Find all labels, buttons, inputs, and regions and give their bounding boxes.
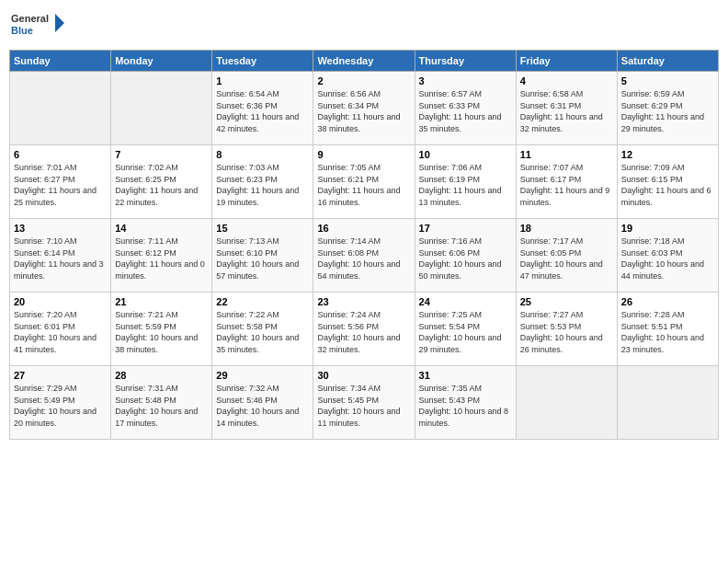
day-info: Sunrise: 7:27 AM Sunset: 5:53 PM Dayligh… [520,309,613,355]
day-number: 29 [216,370,309,381]
calendar-cell: 15Sunrise: 7:13 AM Sunset: 6:10 PM Dayli… [212,219,313,293]
day-number: 17 [419,223,512,234]
day-info: Sunrise: 7:09 AM Sunset: 6:15 PM Dayligh… [621,162,714,208]
day-number: 4 [520,75,613,86]
calendar-cell: 13Sunrise: 7:10 AM Sunset: 6:14 PM Dayli… [10,219,111,293]
calendar-cell: 8Sunrise: 7:03 AM Sunset: 6:23 PM Daylig… [212,145,313,219]
day-info: Sunrise: 7:17 AM Sunset: 6:05 PM Dayligh… [520,236,613,282]
day-number: 7 [115,149,208,160]
calendar-cell: 4Sunrise: 6:58 AM Sunset: 6:31 PM Daylig… [516,72,617,145]
calendar-cell: 21Sunrise: 7:21 AM Sunset: 5:59 PM Dayli… [111,293,212,366]
weekday-header: Thursday [415,51,516,72]
calendar-cell: 28Sunrise: 7:31 AM Sunset: 5:48 PM Dayli… [111,366,212,440]
day-number: 20 [14,296,107,307]
calendar-cell: 14Sunrise: 7:11 AM Sunset: 6:12 PM Dayli… [111,219,212,293]
day-info: Sunrise: 6:56 AM Sunset: 6:34 PM Dayligh… [317,88,410,134]
calendar-cell: 23Sunrise: 7:24 AM Sunset: 5:56 PM Dayli… [313,293,415,366]
calendar-cell: 18Sunrise: 7:17 AM Sunset: 6:05 PM Dayli… [516,219,617,293]
svg-marker-2 [55,14,64,32]
day-info: Sunrise: 7:25 AM Sunset: 5:54 PM Dayligh… [419,309,512,355]
calendar-cell: 9Sunrise: 7:05 AM Sunset: 6:21 PM Daylig… [313,145,415,219]
calendar-row: 27Sunrise: 7:29 AM Sunset: 5:49 PM Dayli… [10,366,719,440]
day-number: 26 [621,296,714,307]
svg-text:General: General [11,13,49,24]
day-info: Sunrise: 7:31 AM Sunset: 5:48 PM Dayligh… [115,383,208,429]
calendar-cell: 24Sunrise: 7:25 AM Sunset: 5:54 PM Dayli… [415,293,516,366]
day-number: 1 [216,75,309,86]
day-info: Sunrise: 7:35 AM Sunset: 5:43 PM Dayligh… [419,383,512,429]
day-info: Sunrise: 7:32 AM Sunset: 5:46 PM Dayligh… [216,383,309,429]
calendar-cell: 26Sunrise: 7:28 AM Sunset: 5:51 PM Dayli… [617,293,718,366]
calendar-cell: 20Sunrise: 7:20 AM Sunset: 6:01 PM Dayli… [10,293,111,366]
day-info: Sunrise: 7:10 AM Sunset: 6:14 PM Dayligh… [14,236,107,282]
calendar-cell: 3Sunrise: 6:57 AM Sunset: 6:33 PM Daylig… [415,72,516,145]
calendar-cell: 6Sunrise: 7:01 AM Sunset: 6:27 PM Daylig… [10,145,111,219]
weekday-header: Saturday [617,51,718,72]
calendar-cell: 19Sunrise: 7:18 AM Sunset: 6:03 PM Dayli… [617,219,718,293]
day-info: Sunrise: 6:59 AM Sunset: 6:29 PM Dayligh… [621,88,714,134]
calendar-table: SundayMondayTuesdayWednesdayThursdayFrid… [9,50,719,440]
calendar-cell: 30Sunrise: 7:34 AM Sunset: 5:45 PM Dayli… [313,366,415,440]
day-info: Sunrise: 7:13 AM Sunset: 6:10 PM Dayligh… [216,236,309,282]
day-number: 11 [520,149,613,160]
day-number: 10 [419,149,512,160]
day-info: Sunrise: 6:54 AM Sunset: 6:36 PM Dayligh… [216,88,309,134]
day-number: 3 [419,75,512,86]
day-number: 9 [317,149,410,160]
day-number: 18 [520,223,613,234]
logo-svg: General Blue [9,9,64,42]
day-info: Sunrise: 7:16 AM Sunset: 6:06 PM Dayligh… [419,236,512,282]
day-info: Sunrise: 7:18 AM Sunset: 6:03 PM Dayligh… [621,236,714,282]
day-info: Sunrise: 7:07 AM Sunset: 6:17 PM Dayligh… [520,162,613,208]
day-number: 12 [621,149,714,160]
day-info: Sunrise: 7:06 AM Sunset: 6:19 PM Dayligh… [419,162,512,208]
day-info: Sunrise: 7:21 AM Sunset: 5:59 PM Dayligh… [115,309,208,355]
day-info: Sunrise: 7:34 AM Sunset: 5:45 PM Dayligh… [317,383,410,429]
day-number: 13 [14,223,107,234]
calendar-cell: 31Sunrise: 7:35 AM Sunset: 5:43 PM Dayli… [415,366,516,440]
day-number: 6 [14,149,107,160]
day-number: 21 [115,296,208,307]
logo: General Blue [9,9,64,42]
calendar-cell: 17Sunrise: 7:16 AM Sunset: 6:06 PM Dayli… [415,219,516,293]
weekday-header-row: SundayMondayTuesdayWednesdayThursdayFrid… [10,51,719,72]
day-info: Sunrise: 7:03 AM Sunset: 6:23 PM Dayligh… [216,162,309,208]
day-info: Sunrise: 6:58 AM Sunset: 6:31 PM Dayligh… [520,88,613,134]
day-info: Sunrise: 7:14 AM Sunset: 6:08 PM Dayligh… [317,236,410,282]
calendar-cell: 12Sunrise: 7:09 AM Sunset: 6:15 PM Dayli… [617,145,718,219]
day-number: 16 [317,223,410,234]
day-info: Sunrise: 6:57 AM Sunset: 6:33 PM Dayligh… [419,88,512,134]
calendar-cell: 29Sunrise: 7:32 AM Sunset: 5:46 PM Dayli… [212,366,313,440]
weekday-header: Tuesday [212,51,313,72]
calendar-cell [111,72,212,145]
calendar-cell [617,366,718,440]
day-number: 22 [216,296,309,307]
weekday-header: Friday [516,51,617,72]
calendar-cell: 2Sunrise: 6:56 AM Sunset: 6:34 PM Daylig… [313,72,415,145]
day-number: 24 [419,296,512,307]
calendar-row: 6Sunrise: 7:01 AM Sunset: 6:27 PM Daylig… [10,145,719,219]
day-number: 23 [317,296,410,307]
day-number: 30 [317,370,410,381]
weekday-header: Wednesday [313,51,415,72]
day-number: 28 [115,370,208,381]
day-number: 25 [520,296,613,307]
day-number: 27 [14,370,107,381]
calendar-cell: 16Sunrise: 7:14 AM Sunset: 6:08 PM Dayli… [313,219,415,293]
day-info: Sunrise: 7:29 AM Sunset: 5:49 PM Dayligh… [14,383,107,429]
day-info: Sunrise: 7:05 AM Sunset: 6:21 PM Dayligh… [317,162,410,208]
day-number: 31 [419,370,512,381]
calendar-cell: 22Sunrise: 7:22 AM Sunset: 5:58 PM Dayli… [212,293,313,366]
calendar-row: 20Sunrise: 7:20 AM Sunset: 6:01 PM Dayli… [10,293,719,366]
calendar-cell [10,72,111,145]
day-info: Sunrise: 7:01 AM Sunset: 6:27 PM Dayligh… [14,162,107,208]
calendar-cell: 7Sunrise: 7:02 AM Sunset: 6:25 PM Daylig… [111,145,212,219]
calendar-row: 1Sunrise: 6:54 AM Sunset: 6:36 PM Daylig… [10,72,719,145]
day-number: 5 [621,75,714,86]
day-number: 15 [216,223,309,234]
day-number: 8 [216,149,309,160]
day-info: Sunrise: 7:11 AM Sunset: 6:12 PM Dayligh… [115,236,208,282]
calendar-cell [516,366,617,440]
calendar-row: 13Sunrise: 7:10 AM Sunset: 6:14 PM Dayli… [10,219,719,293]
calendar-cell: 27Sunrise: 7:29 AM Sunset: 5:49 PM Dayli… [10,366,111,440]
